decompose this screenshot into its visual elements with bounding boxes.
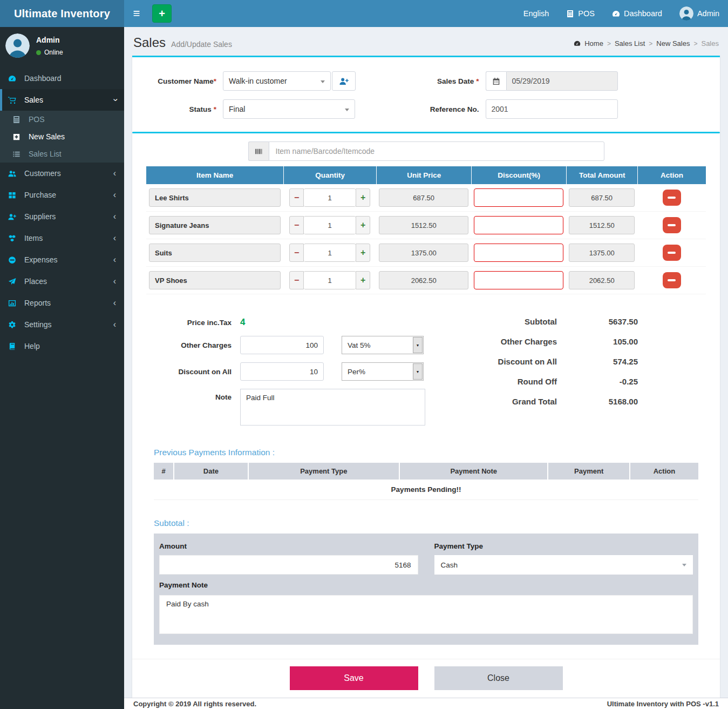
discount-input[interactable] <box>474 216 563 234</box>
item-search-input[interactable] <box>269 141 604 161</box>
quantity-increase-button[interactable]: + <box>356 244 370 262</box>
remove-item-button[interactable] <box>663 245 681 261</box>
home-icon <box>574 40 581 47</box>
sales-date-input[interactable] <box>506 71 618 91</box>
sidebar-item-dashboard[interactable]: Dashboard <box>0 67 124 89</box>
col-discount: Discount(%) <box>471 166 566 184</box>
item-name-input[interactable] <box>149 271 281 289</box>
sidebar-item-customers[interactable]: Customers ‹ <box>0 163 124 184</box>
remove-item-button[interactable] <box>663 190 681 206</box>
version-text: Ultimate Inventory with POS -v1.1 <box>607 700 719 708</box>
item-name-input[interactable] <box>149 216 281 234</box>
unit-price-input[interactable] <box>379 244 468 262</box>
total-amount-input[interactable] <box>569 244 635 262</box>
add-customer-button[interactable] <box>332 71 356 91</box>
quantity-input[interactable] <box>304 244 356 262</box>
previous-payments-table: # Date Payment Type Payment Note Payment… <box>154 463 698 500</box>
sidebar-subitem-sales-list[interactable]: Sales List <box>0 145 124 163</box>
sidebar-item-suppliers[interactable]: Suppliers ‹ <box>0 206 124 227</box>
amount-input[interactable] <box>159 555 418 575</box>
other-charges-input[interactable] <box>240 336 324 354</box>
subtotal-label: Subtotal <box>525 317 557 326</box>
unit-price-input[interactable] <box>379 188 468 207</box>
status-select[interactable]: Final <box>223 99 355 119</box>
cubes-icon <box>8 234 19 242</box>
col-action: Action <box>637 166 706 184</box>
discount-input[interactable] <box>474 271 563 289</box>
quantity-input[interactable] <box>304 271 356 289</box>
sales-form-panel: Customer Name* Walk-in customer Status* <box>132 56 720 698</box>
unit-price-input[interactable] <box>379 271 468 289</box>
discount-type-select[interactable]: Per% ▼ <box>342 362 424 381</box>
close-button[interactable]: Close <box>434 666 563 690</box>
quantity-input[interactable] <box>304 216 356 234</box>
item-name-input[interactable] <box>149 244 281 262</box>
quantity-decrease-button[interactable]: − <box>289 216 304 234</box>
remove-item-button[interactable] <box>663 272 681 288</box>
quantity-decrease-button[interactable]: − <box>289 188 304 207</box>
item-name-input[interactable] <box>149 188 281 207</box>
unit-price-input[interactable] <box>379 216 468 234</box>
total-amount-input[interactable] <box>569 216 635 234</box>
note-textarea[interactable]: Paid Full <box>240 389 425 426</box>
breadcrumb-home[interactable]: Home <box>584 39 603 48</box>
payment-type-label: Payment Type <box>434 542 693 550</box>
pos-link[interactable]: POS <box>557 0 603 27</box>
sidebar-menu: Dashboard Sales ‹ POS New Sales Sales L <box>0 67 124 357</box>
sidebar-item-purchase[interactable]: Purchase ‹ <box>0 184 124 206</box>
navbar: ≡ + English POS Dashboard Admin <box>124 0 728 27</box>
other-charges-type-select[interactable]: Vat 5% ▼ <box>342 336 424 354</box>
dashboard-link[interactable]: Dashboard <box>603 0 671 27</box>
chevron-left-icon: ‹ <box>113 235 116 241</box>
customer-select[interactable]: Walk-in customer <box>223 71 331 91</box>
cart-icon <box>8 96 19 104</box>
sidebar-item-places[interactable]: Places ‹ <box>0 271 124 292</box>
remove-item-button[interactable] <box>663 217 681 233</box>
sidebar-item-help[interactable]: Help <box>0 335 124 357</box>
plus-square-icon <box>12 133 23 141</box>
discount-input[interactable] <box>474 244 563 262</box>
payment-section: Subtotal : Amount Payment Type Cash <box>132 518 720 645</box>
quantity-input[interactable] <box>304 188 356 207</box>
payments-pending-message: Payments Pending!! <box>154 480 698 500</box>
language-menu[interactable]: English <box>515 0 558 27</box>
payment-type-select[interactable]: Cash <box>434 555 693 575</box>
bar-chart-icon <box>8 299 19 307</box>
breadcrumb-sales-list[interactable]: Sales List <box>615 39 645 48</box>
sidebar-subitem-new-sales[interactable]: New Sales <box>0 128 124 145</box>
hamburger-icon[interactable]: ≡ <box>124 0 149 27</box>
sidebar-item-settings[interactable]: Settings ‹ <box>0 314 124 335</box>
minus-icon <box>668 224 676 226</box>
discount-input[interactable] <box>474 188 563 207</box>
quantity-decrease-button[interactable]: − <box>289 271 304 289</box>
items-table: Item Name Quantity Unit Price Discount(%… <box>146 166 706 294</box>
sidebar-subitem-pos[interactable]: POS <box>0 111 124 128</box>
user-plus-icon <box>339 77 349 86</box>
calendar-icon[interactable] <box>486 71 506 91</box>
quantity-decrease-button[interactable]: − <box>289 244 304 262</box>
reference-no-input[interactable] <box>486 99 618 119</box>
breadcrumb-new-sales[interactable]: New Sales <box>656 39 690 48</box>
sidebar-item-items[interactable]: Items ‹ <box>0 227 124 249</box>
sidebar-item-expenses[interactable]: Expenses ‹ <box>0 249 124 271</box>
footer: Copyright © 2019 All rights reserved. Ul… <box>124 698 728 709</box>
total-amount-input[interactable] <box>569 271 635 289</box>
user-menu[interactable]: Admin <box>671 0 728 27</box>
brand-logo[interactable]: Ultimate Inventory <box>0 0 124 27</box>
breadcrumb: Home > Sales List > New Sales > Sales <box>574 39 719 48</box>
quantity-increase-button[interactable]: + <box>356 216 370 234</box>
page-subtitle: Add/Update Sales <box>171 40 232 49</box>
sidebar-item-sales[interactable]: Sales ‹ <box>0 89 124 111</box>
quick-add-button[interactable]: + <box>152 4 172 23</box>
sidebar-item-reports[interactable]: Reports ‹ <box>0 292 124 314</box>
quantity-increase-button[interactable]: + <box>356 271 370 289</box>
sidebar: Admin Online Dashboard Sales ‹ POS <box>0 27 124 709</box>
main-area: Sales Add/Update Sales Home > Sales List… <box>124 27 728 709</box>
top-bar: Ultimate Inventory ≡ + English POS Dashb… <box>0 0 728 27</box>
online-status-dot <box>36 50 41 55</box>
payment-note-textarea[interactable]: Paid By cash <box>159 595 693 634</box>
quantity-increase-button[interactable]: + <box>356 188 370 207</box>
discount-on-all-input[interactable] <box>240 362 324 381</box>
total-amount-input[interactable] <box>569 188 635 207</box>
save-button[interactable]: Save <box>290 666 418 690</box>
